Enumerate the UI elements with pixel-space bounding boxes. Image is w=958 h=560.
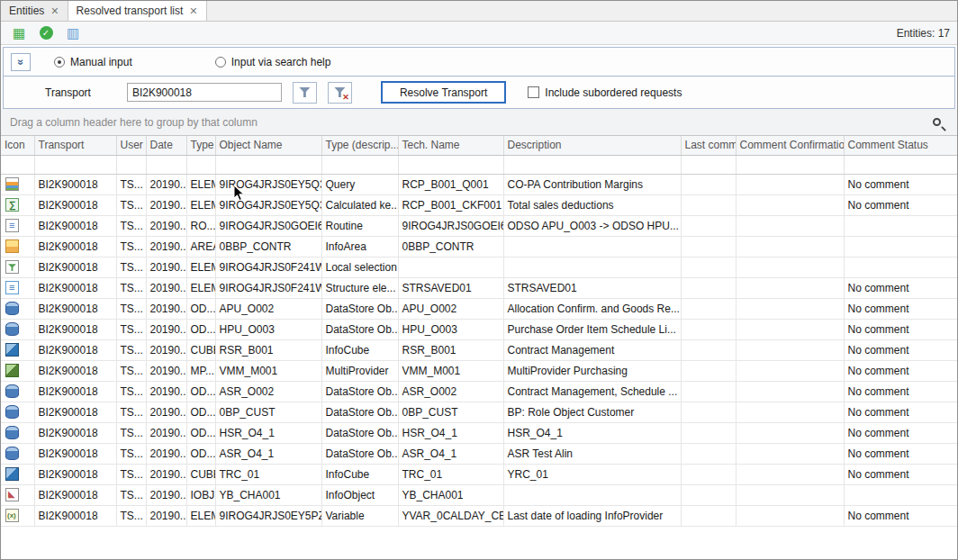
cell-date: 20190...: [146, 422, 186, 443]
tab-entities[interactable]: Entities ✕: [1, 1, 68, 21]
table-row[interactable]: BI2K900018TS...20190...OD...APU_O002Data…: [1, 298, 958, 319]
table-row[interactable]: BI2K900018TS...20190...CUBETRC_01InfoCub…: [1, 464, 958, 484]
cell-comment_confirmation: [736, 215, 844, 236]
cell-transport: BI2K900018: [34, 277, 116, 298]
cell-transport: BI2K900018: [34, 443, 116, 464]
table-row[interactable]: BI2K900018TS...20190...ELEM9IROG4JRJS0EY…: [1, 174, 958, 194]
edit-filter-button[interactable]: [293, 82, 317, 104]
cell-tech_name: APU_O002: [398, 298, 503, 319]
column-header[interactable]: Comment Confirmation: [736, 136, 844, 155]
search-icon[interactable]: [933, 118, 941, 126]
cell-description: CO-PA Contribution Margins: [503, 174, 681, 194]
close-icon[interactable]: ✕: [50, 6, 59, 16]
cell-tech_name: 0BBP_CONTR: [398, 236, 503, 257]
filter-cell[interactable]: [215, 155, 321, 174]
cell-type: OD...: [186, 319, 215, 339]
radio-manual-input[interactable]: Manual input: [54, 56, 132, 68]
column-header[interactable]: Type (descrip...: [321, 136, 398, 155]
table-row[interactable]: BI2K900018TS...20190...OD...0BP_CUSTData…: [1, 402, 958, 422]
close-icon[interactable]: ✕: [189, 6, 197, 16]
datastore-icon: [5, 322, 19, 336]
icon-cell: [1, 257, 34, 277]
toolbar: ▦ ✓ ▥ Entities: 17: [1, 22, 957, 45]
export-button[interactable]: ▦: [8, 23, 30, 43]
radio-input-via-search-help[interactable]: Input via search help: [215, 56, 331, 68]
table-row[interactable]: BI2K900018TS...20190...AREA0BBP_CONTRInf…: [1, 236, 958, 257]
filter-cell[interactable]: [844, 155, 958, 174]
table-row[interactable]: BI2K900018TS...20190...CUBERSR_B001InfoC…: [1, 339, 958, 360]
table-row[interactable]: BI2K900018TS...20190...ELEM9IROG4JRJS0F2…: [1, 257, 958, 277]
cell-transport: BI2K900018: [34, 360, 116, 381]
include-subordered-checkbox[interactable]: [528, 86, 539, 98]
table-row[interactable]: BI2K900018TS...20190...OD...ASR_O002Data…: [1, 381, 958, 402]
group-by-panel[interactable]: Drag a column header here to group by th…: [1, 109, 957, 136]
filter-cell[interactable]: [146, 155, 186, 174]
column-chooser-button[interactable]: ▥: [62, 23, 84, 43]
collapse-panel-button[interactable]: »: [11, 53, 31, 71]
cell-tech_name: VMM_M001: [398, 360, 503, 381]
cell-tech_name: YVAR_0CALDAY_CE...: [398, 505, 503, 526]
cell-comment_confirmation: [736, 236, 844, 257]
cell-tech_name: RCP_B001_CKF001: [398, 194, 503, 215]
icon-cell: [1, 194, 34, 215]
filter-cell[interactable]: [398, 155, 503, 174]
app-window: { "tabs": [ { "label": "Entities", "acti…: [0, 0, 958, 560]
cell-comment_status: No comment: [844, 339, 958, 360]
cell-type: OD...: [186, 381, 215, 402]
table-row[interactable]: BI2K900018TS...20190...ELEM9IROG4JRJS0F2…: [1, 277, 958, 298]
cell-comment_status: No comment: [844, 194, 958, 215]
cell-type_desc: DataStore Ob...: [321, 422, 398, 443]
resolve-transport-button[interactable]: Resolve Transport: [381, 81, 506, 104]
confirm-button[interactable]: ✓: [35, 23, 57, 43]
cell-date: 20190...: [146, 464, 186, 484]
filter-cell[interactable]: [681, 155, 736, 174]
table-row[interactable]: BI2K900018TS...20190...OD...HPU_O003Data…: [1, 319, 958, 339]
table-row[interactable]: BI2K900018TS...20190...ELEM9IROG4JRJS0EY…: [1, 194, 958, 215]
filter-cell[interactable]: [116, 155, 146, 174]
column-header[interactable]: Type: [186, 136, 215, 155]
column-header[interactable]: Last commenti...: [681, 136, 736, 155]
filter-cell[interactable]: [321, 155, 398, 174]
column-header[interactable]: Comment Status: [844, 136, 958, 155]
icon-cell: [1, 422, 34, 443]
cell-user: TS...: [116, 257, 146, 277]
column-header[interactable]: Object Name: [215, 136, 321, 155]
column-header[interactable]: Description: [503, 136, 681, 155]
table-row[interactable]: BI2K900018TS...20190...OD...HSR_O4_1Data…: [1, 422, 958, 443]
cell-description: Last date of loading InfoProvider: [503, 505, 681, 526]
cell-transport: BI2K900018: [34, 319, 116, 339]
filter-cell[interactable]: [503, 155, 681, 174]
cell-date: 20190...: [146, 484, 186, 505]
icon-cell: [1, 339, 34, 360]
transport-input[interactable]: [127, 83, 282, 102]
clear-filter-button[interactable]: ✕: [328, 82, 352, 104]
cell-comment_confirmation: [736, 174, 844, 194]
column-header[interactable]: Date: [146, 136, 186, 155]
column-header[interactable]: Icon: [1, 136, 34, 155]
column-header[interactable]: Tech. Name: [398, 136, 503, 155]
column-header[interactable]: User: [116, 136, 146, 155]
filter-cell[interactable]: [1, 155, 34, 174]
table-row[interactable]: BI2K900018TS...20190...IOBJYB_CHA001Info…: [1, 484, 958, 505]
cell-last_comment: [681, 257, 736, 277]
tab-resolved-transport-list[interactable]: Resolved transport list ✕: [68, 1, 207, 21]
cell-user: TS...: [116, 422, 146, 443]
cell-comment_confirmation: [736, 339, 844, 360]
filter-cell[interactable]: [186, 155, 215, 174]
table-row[interactable]: BI2K900018TS...20190...MP...VMM_M001Mult…: [1, 360, 958, 381]
table-row[interactable]: BI2K900018TS...20190...RO...9IROG4JRJS0G…: [1, 215, 958, 236]
filter-cell[interactable]: [736, 155, 844, 174]
filter-cell[interactable]: [34, 155, 116, 174]
table-row[interactable]: BI2K900018TS...20190...OD...ASR_O4_1Data…: [1, 443, 958, 464]
include-subordered-option[interactable]: Include subordered requests: [528, 86, 682, 99]
cell-user: TS...: [116, 298, 146, 319]
column-header[interactable]: Transport: [34, 136, 116, 155]
cell-transport: BI2K900018: [34, 257, 116, 277]
filter-funnel-icon: [299, 87, 310, 97]
cell-description: Total sales deductions: [503, 194, 681, 215]
cell-object_name: VMM_M001: [215, 360, 321, 381]
chevron-down-icon: »: [14, 59, 27, 65]
cell-description: Contract Management, Schedule ...: [503, 381, 681, 402]
table-row[interactable]: BI2K900018TS...20190...ELEM9IROG4JRJS0EY…: [1, 505, 958, 526]
cell-comment_confirmation: [736, 505, 844, 526]
